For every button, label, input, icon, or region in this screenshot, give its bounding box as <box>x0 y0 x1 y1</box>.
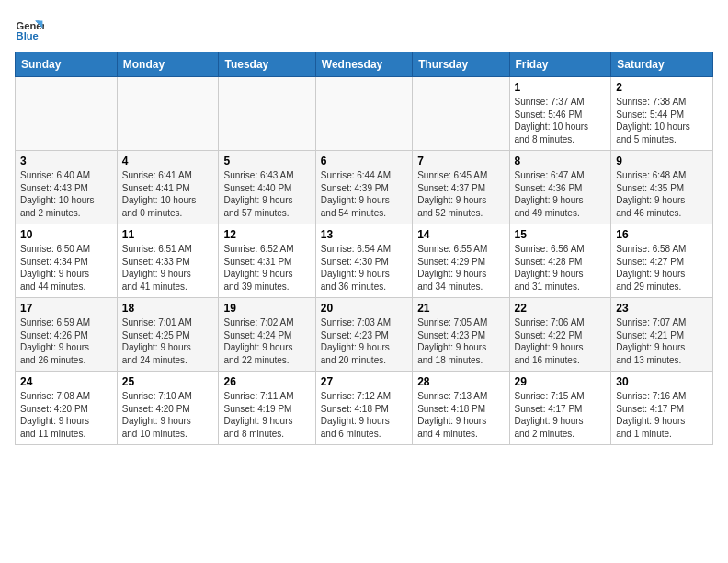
day-number: 20 <box>321 302 407 315</box>
day-info: Sunrise: 6:54 AM Sunset: 4:30 PM Dayligh… <box>321 243 407 293</box>
day-info: Sunrise: 7:16 AM Sunset: 4:17 PM Dayligh… <box>616 390 708 440</box>
day-info: Sunrise: 7:12 AM Sunset: 4:18 PM Dayligh… <box>321 390 407 440</box>
calendar-cell: 22Sunrise: 7:06 AM Sunset: 4:22 PM Dayli… <box>509 298 611 372</box>
calendar-cell: 4Sunrise: 6:41 AM Sunset: 4:41 PM Daylig… <box>117 151 219 224</box>
day-info: Sunrise: 7:07 AM Sunset: 4:21 PM Dayligh… <box>616 316 708 366</box>
day-number: 21 <box>417 302 504 315</box>
day-number: 10 <box>20 228 112 241</box>
calendar-cell: 30Sunrise: 7:16 AM Sunset: 4:17 PM Dayli… <box>611 372 713 445</box>
day-info: Sunrise: 6:44 AM Sunset: 4:39 PM Dayligh… <box>321 169 407 219</box>
day-number: 7 <box>417 155 504 167</box>
day-number: 23 <box>616 302 708 315</box>
calendar-cell: 20Sunrise: 7:03 AM Sunset: 4:23 PM Dayli… <box>315 298 412 372</box>
calendar-cell: 2Sunrise: 7:38 AM Sunset: 5:44 PM Daylig… <box>611 77 713 151</box>
day-number: 17 <box>20 302 112 315</box>
day-info: Sunrise: 7:15 AM Sunset: 4:17 PM Dayligh… <box>515 390 607 440</box>
day-number: 2 <box>616 81 708 94</box>
calendar-cell: 16Sunrise: 6:58 AM Sunset: 4:27 PM Dayli… <box>611 224 713 298</box>
calendar-week-row: 17Sunrise: 6:59 AM Sunset: 4:26 PM Dayli… <box>16 298 713 372</box>
day-info: Sunrise: 7:38 AM Sunset: 5:44 PM Dayligh… <box>616 96 708 145</box>
day-info: Sunrise: 6:48 AM Sunset: 4:35 PM Dayligh… <box>616 169 708 219</box>
calendar-cell <box>315 77 412 151</box>
calendar-week-row: 1Sunrise: 7:37 AM Sunset: 5:46 PM Daylig… <box>16 77 713 151</box>
day-info: Sunrise: 6:47 AM Sunset: 4:36 PM Dayligh… <box>515 169 607 219</box>
calendar-cell: 18Sunrise: 7:01 AM Sunset: 4:25 PM Dayli… <box>117 298 219 372</box>
day-info: Sunrise: 7:05 AM Sunset: 4:23 PM Dayligh… <box>417 316 504 366</box>
header-day: Wednesday <box>315 52 412 77</box>
day-info: Sunrise: 7:03 AM Sunset: 4:23 PM Dayligh… <box>321 316 407 366</box>
day-number: 25 <box>122 375 214 388</box>
calendar-cell <box>117 77 219 151</box>
calendar-cell <box>413 77 509 151</box>
day-info: Sunrise: 6:58 AM Sunset: 4:27 PM Dayligh… <box>616 243 708 293</box>
day-number: 26 <box>223 375 310 388</box>
day-info: Sunrise: 7:10 AM Sunset: 4:20 PM Dayligh… <box>122 390 214 440</box>
logo: General Blue <box>15 15 48 44</box>
day-info: Sunrise: 6:45 AM Sunset: 4:37 PM Dayligh… <box>417 169 504 219</box>
header-day: Sunday <box>16 52 118 77</box>
calendar-cell: 27Sunrise: 7:12 AM Sunset: 4:18 PM Dayli… <box>315 372 412 445</box>
calendar-cell: 6Sunrise: 6:44 AM Sunset: 4:39 PM Daylig… <box>315 151 412 224</box>
calendar-cell: 3Sunrise: 6:40 AM Sunset: 4:43 PM Daylig… <box>16 151 118 224</box>
day-number: 1 <box>515 81 607 94</box>
header-day: Thursday <box>413 52 509 77</box>
calendar-cell: 19Sunrise: 7:02 AM Sunset: 4:24 PM Dayli… <box>219 298 315 372</box>
day-info: Sunrise: 6:50 AM Sunset: 4:34 PM Dayligh… <box>20 243 112 293</box>
calendar-table: SundayMondayTuesdayWednesdayThursdayFrid… <box>15 52 713 445</box>
calendar-cell: 8Sunrise: 6:47 AM Sunset: 4:36 PM Daylig… <box>509 151 611 224</box>
calendar-body: 1Sunrise: 7:37 AM Sunset: 5:46 PM Daylig… <box>16 77 713 445</box>
day-info: Sunrise: 7:06 AM Sunset: 4:22 PM Dayligh… <box>515 316 607 366</box>
svg-text:Blue: Blue <box>17 30 39 41</box>
day-info: Sunrise: 7:01 AM Sunset: 4:25 PM Dayligh… <box>122 316 214 366</box>
calendar-week-row: 24Sunrise: 7:08 AM Sunset: 4:20 PM Dayli… <box>16 372 713 445</box>
calendar-week-row: 3Sunrise: 6:40 AM Sunset: 4:43 PM Daylig… <box>16 151 713 224</box>
calendar-cell <box>219 77 315 151</box>
day-number: 15 <box>515 228 607 241</box>
day-number: 22 <box>515 302 607 315</box>
day-info: Sunrise: 7:11 AM Sunset: 4:19 PM Dayligh… <box>223 390 310 440</box>
header-row: SundayMondayTuesdayWednesdayThursdayFrid… <box>16 52 713 77</box>
day-number: 12 <box>223 228 310 241</box>
day-number: 24 <box>20 375 112 388</box>
calendar-cell: 25Sunrise: 7:10 AM Sunset: 4:20 PM Dayli… <box>117 372 219 445</box>
header-day: Friday <box>509 52 611 77</box>
day-number: 11 <box>122 228 214 241</box>
day-number: 4 <box>122 155 214 167</box>
calendar-cell: 15Sunrise: 6:56 AM Sunset: 4:28 PM Dayli… <box>509 224 611 298</box>
day-info: Sunrise: 6:41 AM Sunset: 4:41 PM Dayligh… <box>122 169 214 219</box>
day-info: Sunrise: 6:51 AM Sunset: 4:33 PM Dayligh… <box>122 243 214 293</box>
calendar-cell: 5Sunrise: 6:43 AM Sunset: 4:40 PM Daylig… <box>219 151 315 224</box>
day-info: Sunrise: 7:37 AM Sunset: 5:46 PM Dayligh… <box>515 96 607 145</box>
day-info: Sunrise: 7:02 AM Sunset: 4:24 PM Dayligh… <box>223 316 310 366</box>
calendar-week-row: 10Sunrise: 6:50 AM Sunset: 4:34 PM Dayli… <box>16 224 713 298</box>
calendar-cell: 11Sunrise: 6:51 AM Sunset: 4:33 PM Dayli… <box>117 224 219 298</box>
day-info: Sunrise: 6:59 AM Sunset: 4:26 PM Dayligh… <box>20 316 112 366</box>
day-number: 3 <box>20 155 112 167</box>
day-info: Sunrise: 7:13 AM Sunset: 4:18 PM Dayligh… <box>417 390 504 440</box>
day-info: Sunrise: 6:55 AM Sunset: 4:29 PM Dayligh… <box>417 243 504 293</box>
calendar-cell: 29Sunrise: 7:15 AM Sunset: 4:17 PM Dayli… <box>509 372 611 445</box>
day-number: 16 <box>616 228 708 241</box>
calendar-cell: 21Sunrise: 7:05 AM Sunset: 4:23 PM Dayli… <box>413 298 509 372</box>
header-day: Tuesday <box>219 52 315 77</box>
day-number: 5 <box>223 155 310 167</box>
calendar-cell: 13Sunrise: 6:54 AM Sunset: 4:30 PM Dayli… <box>315 224 412 298</box>
calendar-cell <box>16 77 118 151</box>
calendar-cell: 26Sunrise: 7:11 AM Sunset: 4:19 PM Dayli… <box>219 372 315 445</box>
calendar-cell: 12Sunrise: 6:52 AM Sunset: 4:31 PM Dayli… <box>219 224 315 298</box>
day-info: Sunrise: 6:56 AM Sunset: 4:28 PM Dayligh… <box>515 243 607 293</box>
calendar-cell: 23Sunrise: 7:07 AM Sunset: 4:21 PM Dayli… <box>611 298 713 372</box>
day-number: 13 <box>321 228 407 241</box>
day-info: Sunrise: 6:40 AM Sunset: 4:43 PM Dayligh… <box>20 169 112 219</box>
day-number: 27 <box>321 375 407 388</box>
day-number: 28 <box>417 375 504 388</box>
header-day: Saturday <box>611 52 713 77</box>
day-number: 6 <box>321 155 407 167</box>
day-number: 19 <box>223 302 310 315</box>
day-number: 18 <box>122 302 214 315</box>
calendar-cell: 17Sunrise: 6:59 AM Sunset: 4:26 PM Dayli… <box>16 298 118 372</box>
page-header: General Blue <box>15 15 713 44</box>
logo-icon: General Blue <box>15 15 44 44</box>
day-number: 29 <box>515 375 607 388</box>
calendar-cell: 24Sunrise: 7:08 AM Sunset: 4:20 PM Dayli… <box>16 372 118 445</box>
